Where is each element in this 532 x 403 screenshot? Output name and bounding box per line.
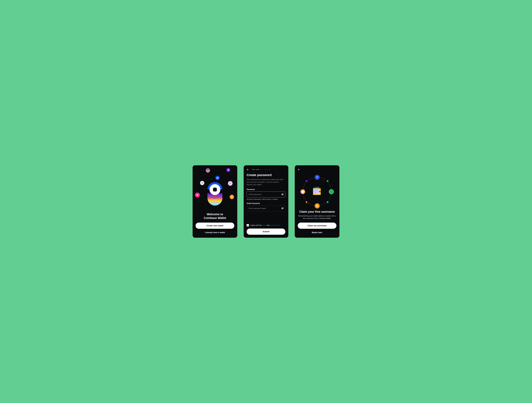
page-title: Claim your free username bbox=[298, 210, 336, 213]
hero-area: ₿ bbox=[196, 168, 234, 212]
svg-point-4 bbox=[202, 183, 203, 183]
password-hint: At least 8 characters, with at least 1 n… bbox=[247, 198, 285, 200]
step-4 bbox=[264, 169, 267, 170]
submit-button[interactable]: Submit bbox=[247, 229, 285, 235]
dino-avatar-icon bbox=[228, 181, 233, 186]
orbit-ring: ₿ bbox=[303, 177, 331, 206]
page-title: Create password bbox=[247, 173, 285, 177]
agree-checkbox[interactable] bbox=[247, 224, 249, 226]
verify-label: Verify Password bbox=[247, 202, 285, 204]
welcome-screen: ₿ Welcome to Coinbase Wallet Create new … bbox=[193, 165, 237, 238]
check-icon bbox=[247, 224, 249, 226]
toggle-password-visibility[interactable] bbox=[281, 193, 284, 196]
welcome-title: Welcome to Coinbase Wallet bbox=[196, 212, 234, 220]
diamond-accent-icon bbox=[305, 201, 308, 203]
back-button[interactable] bbox=[298, 168, 300, 171]
bird-icon bbox=[226, 168, 230, 172]
eye-off-icon bbox=[281, 207, 284, 210]
ape-avatar-icon bbox=[200, 181, 204, 185]
back-arrow-icon bbox=[247, 168, 249, 171]
svg-rect-14 bbox=[314, 189, 319, 194]
welcome-title-line2: Coinbase Wallet bbox=[204, 216, 226, 220]
diamond-accent-icon bbox=[327, 201, 329, 203]
svg-rect-1 bbox=[207, 171, 209, 172]
step-1 bbox=[252, 169, 255, 170]
claim-username-screen: ₿ bbox=[295, 165, 339, 238]
back-arrow-icon bbox=[298, 168, 300, 171]
welcome-title-line1: Welcome to bbox=[207, 213, 223, 216]
whale-icon bbox=[215, 176, 220, 180]
verify-password-input[interactable] bbox=[247, 205, 285, 211]
password-label: Password bbox=[247, 189, 285, 190]
content-block: Claim your free username Remembering you… bbox=[298, 210, 336, 223]
page-subtitle: Set a password to unlock your wallet eac… bbox=[247, 178, 285, 186]
orbit-graphic: ₿ bbox=[298, 173, 336, 210]
svg-point-0 bbox=[208, 170, 208, 170]
hooded-avatar-icon bbox=[315, 175, 320, 180]
terms-link[interactable]: terms bbox=[262, 224, 266, 226]
header-row bbox=[247, 168, 285, 171]
page-subtitle: Remembering your wallet address is easie… bbox=[298, 215, 336, 220]
svg-point-2 bbox=[201, 182, 203, 184]
privacy-link[interactable]: privacy policy bbox=[270, 224, 280, 226]
bitcoin-icon: ₿ bbox=[230, 195, 234, 199]
bitcoin-icon: ₿ bbox=[315, 203, 320, 208]
svg-marker-12 bbox=[314, 187, 319, 189]
progress-steps bbox=[252, 169, 271, 170]
step-2 bbox=[256, 169, 259, 170]
svg-point-3 bbox=[202, 183, 202, 183]
step-3 bbox=[260, 169, 263, 170]
woman-avatar-icon bbox=[206, 168, 210, 173]
agree-row: I agree with the terms and privacy polic… bbox=[247, 224, 285, 226]
toggle-verify-visibility[interactable] bbox=[281, 207, 284, 210]
svg-point-11 bbox=[317, 176, 318, 178]
create-password-screen: Create password Set a password to unlock… bbox=[244, 165, 288, 238]
maybe-later-button[interactable]: Maybe later bbox=[298, 230, 336, 235]
hero-logo bbox=[208, 182, 222, 205]
svg-point-15 bbox=[319, 191, 320, 192]
svg-point-5 bbox=[197, 195, 197, 195]
password-input-wrap bbox=[247, 192, 285, 198]
claim-username-button[interactable]: Claim my username bbox=[298, 223, 336, 229]
password-input[interactable] bbox=[247, 192, 285, 198]
verify-input-wrap bbox=[247, 205, 285, 211]
have-wallet-button[interactable]: I already have a wallet bbox=[196, 230, 234, 235]
diamond-accent-icon bbox=[327, 180, 329, 182]
diamond-badge-icon bbox=[329, 189, 334, 194]
sun-token-icon bbox=[300, 189, 305, 194]
wallet-art-icon bbox=[312, 187, 322, 197]
back-button[interactable] bbox=[247, 168, 249, 171]
bull-icon bbox=[195, 192, 200, 198]
create-wallet-button[interactable]: Create new wallet bbox=[196, 223, 234, 229]
agree-prefix: I agree with the bbox=[250, 224, 262, 226]
agree-mid: and bbox=[266, 224, 270, 226]
header-row bbox=[298, 168, 336, 171]
diamond-accent-icon bbox=[305, 180, 308, 182]
agree-text: I agree with the terms and privacy polic… bbox=[250, 224, 280, 226]
step-5 bbox=[268, 169, 271, 170]
eye-off-icon bbox=[281, 193, 284, 196]
